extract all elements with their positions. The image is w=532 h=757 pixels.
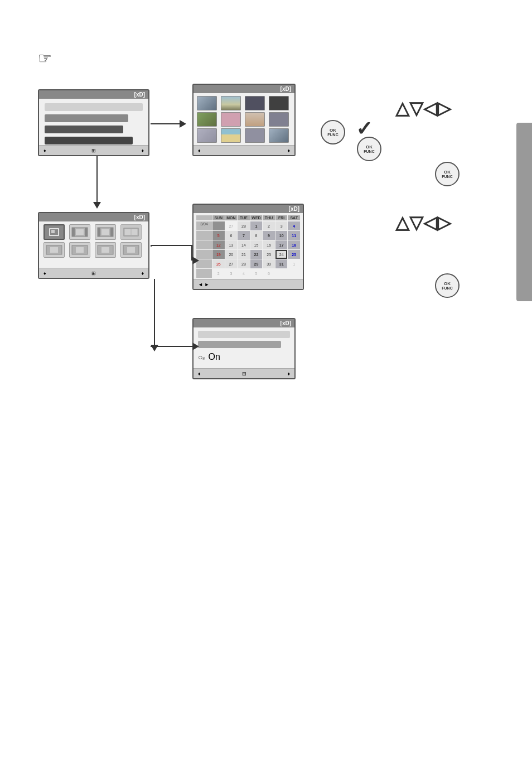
- cal-cell-6-4: 6: [263, 269, 275, 278]
- screen2-header: [xD]: [194, 85, 294, 93]
- week-num-2: [196, 231, 212, 240]
- h-line-s3: [151, 245, 192, 246]
- s5-bar-1: [198, 331, 290, 338]
- s5-on-label: ○ₙ On: [198, 352, 290, 362]
- screen5-footer: ♦ ⊟ ♦: [194, 368, 294, 378]
- screen5-footer-icon: ⊟: [242, 371, 246, 377]
- screen3-footer-icon: ⊞: [91, 271, 96, 276]
- cal-sun: SUN: [212, 215, 225, 220]
- ok-label-1: OK: [330, 128, 336, 133]
- svg-rect-4: [85, 228, 88, 237]
- cal-cell-5-2: 28: [238, 259, 250, 268]
- cal-cell-2-1: 6: [225, 231, 238, 240]
- svg-rect-8: [110, 228, 113, 237]
- cal-cell-5-4: 30: [263, 259, 275, 268]
- cal-cell-4-1: 20: [225, 250, 238, 259]
- cal-cell-2-4: 9: [263, 231, 275, 240]
- ok-label-3: OK: [444, 170, 451, 175]
- thumb-9: [197, 128, 217, 143]
- svg-rect-12: [132, 229, 137, 235]
- screen4-box: [xD] SUN MON TUE WED THU FRI SAT 3/04 27…: [192, 204, 304, 290]
- svg-rect-1: [51, 230, 55, 233]
- ok-func-button-4[interactable]: OK FUNC: [435, 273, 460, 298]
- cal-cell-5-6: 1: [288, 259, 300, 268]
- cal-cell-2-2: 7: [238, 231, 250, 240]
- cal-cell-3-4: 16: [263, 240, 275, 249]
- mode-cell-8: [120, 242, 142, 258]
- svg-rect-18: [101, 247, 109, 253]
- nav-arrows-2: △▽◁▷: [395, 212, 451, 233]
- func-label-1: FUNC: [327, 133, 338, 137]
- svg-rect-14: [50, 247, 58, 253]
- ok-func-button-3[interactable]: OK FUNC: [435, 162, 460, 186]
- cal-cell-3-5: 17: [275, 240, 288, 249]
- ok-label-4: OK: [444, 282, 451, 286]
- cal-row-5: 26 27 28 29 30 31 1: [196, 259, 300, 268]
- cal-cell-3-1: 13: [225, 240, 238, 249]
- cal-cell-2-3: 8: [250, 231, 263, 240]
- svg-rect-5: [76, 229, 84, 235]
- screen5-header: [xD]: [194, 319, 294, 327]
- cal-header-row: SUN MON TUE WED THU FRI SAT: [196, 215, 300, 220]
- cal-row-3: 12 13 14 15 16 17 18: [196, 240, 300, 249]
- mode-cell-2: [69, 224, 90, 240]
- arrow-s1-s3: [93, 156, 101, 209]
- svg-rect-7: [98, 228, 100, 237]
- cal-cell-1-6: 4: [288, 221, 300, 230]
- svg-rect-16: [76, 247, 84, 253]
- screen3-header: [xD]: [39, 213, 148, 221]
- screen1-header: [xD]: [39, 90, 148, 99]
- cal-cell-4-0: 19: [212, 250, 225, 259]
- ok-func-button-1[interactable]: OK FUNC: [321, 120, 345, 144]
- arrow-to-s4: [192, 257, 199, 264]
- screen5-footer-left: ♦: [198, 371, 201, 377]
- screen4-footer-text: ◄ ►: [198, 282, 209, 287]
- arrow-line-h1: [151, 123, 180, 124]
- arrow-head-s5: [192, 343, 199, 350]
- cal-cell-1-2: 28: [238, 221, 250, 230]
- mode-cell-5: [43, 242, 65, 258]
- screen3-box: [xD]: [38, 212, 149, 279]
- nav-arrows-1: △▽◁▷: [395, 98, 451, 119]
- h-line-to-s5: [151, 346, 192, 347]
- svg-rect-11: [125, 229, 130, 235]
- thumb-2: [221, 96, 241, 110]
- arrow-line-v1: [96, 156, 98, 202]
- menu-bar-4: [45, 137, 133, 144]
- cal-cell-4-6: 25: [288, 250, 300, 259]
- sidebar-tab: [516, 123, 532, 301]
- thumb-3: [245, 96, 265, 110]
- func-label-2: FUNC: [364, 150, 374, 153]
- cal-cell-4-3: 22: [250, 250, 263, 259]
- thumb-10: [221, 128, 241, 143]
- h-to-screen5: [151, 343, 199, 350]
- mode-cell-6: [69, 242, 90, 258]
- cal-row-2: 5 6 7 8 9 10 11: [196, 231, 300, 240]
- arrow-head-v1: [93, 202, 101, 209]
- cal-cell-5-3: 29: [250, 259, 263, 268]
- screen3-footer-right: ♦: [141, 271, 144, 276]
- cal-cell-1-1: 27: [225, 221, 238, 230]
- cal-cell-5-5: 31: [275, 259, 288, 268]
- ok-func-button-2[interactable]: OK FUNC: [357, 137, 381, 161]
- cal-cell-5-1: 27: [225, 259, 238, 268]
- cal-cell-1-3: 1: [250, 221, 263, 230]
- cal-fri: FRI: [275, 215, 288, 220]
- cal-cell-3-0: 12: [212, 240, 225, 249]
- svg-rect-9: [101, 229, 109, 235]
- cal-cell-2-6: 11: [288, 231, 300, 240]
- cal-cell-4-2: 21: [238, 250, 250, 259]
- calendar-grid: SUN MON TUE WED THU FRI SAT 3/04 27 28 1…: [194, 213, 303, 290]
- screen3-modegrid: [39, 221, 148, 270]
- screen1-box: [xD] ♦ ⊞ ♦: [38, 89, 149, 156]
- thumb-5: [197, 112, 217, 127]
- cal-row-4: 19 20 21 22 23 24 25: [196, 250, 300, 259]
- menu-bar-2: [45, 114, 128, 122]
- week-num-6: [196, 269, 212, 278]
- cal-cell-6-2: 4: [238, 269, 250, 278]
- screen2-footer-left: ♦: [198, 148, 201, 153]
- ref-icon: ☞: [38, 49, 52, 67]
- cal-cell-1-5: 3: [275, 221, 288, 230]
- screen3-footer: ♦ ⊞ ♦: [39, 268, 148, 278]
- cal-cell-3-3: 15: [250, 240, 263, 249]
